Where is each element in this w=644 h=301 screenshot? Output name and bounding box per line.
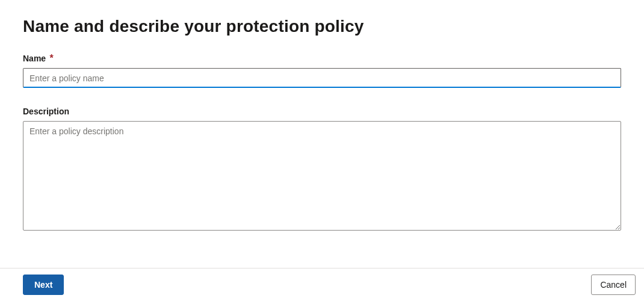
description-label: Description	[23, 107, 69, 116]
policy-name-input[interactable]	[23, 68, 621, 88]
description-label-row: Description	[23, 106, 621, 121]
wizard-footer: Next Cancel	[0, 268, 644, 301]
cancel-button[interactable]: Cancel	[591, 275, 636, 295]
name-label-row: Name *	[23, 53, 621, 68]
next-button[interactable]: Next	[23, 275, 64, 295]
required-indicator: *	[50, 53, 54, 63]
name-label: Name	[23, 54, 46, 63]
policy-description-input[interactable]	[23, 121, 621, 231]
name-field-group: Name *	[23, 53, 621, 88]
form-content: Name and describe your protection policy…	[0, 0, 644, 233]
description-field-group: Description	[23, 106, 621, 233]
page-title: Name and describe your protection policy	[23, 17, 621, 36]
